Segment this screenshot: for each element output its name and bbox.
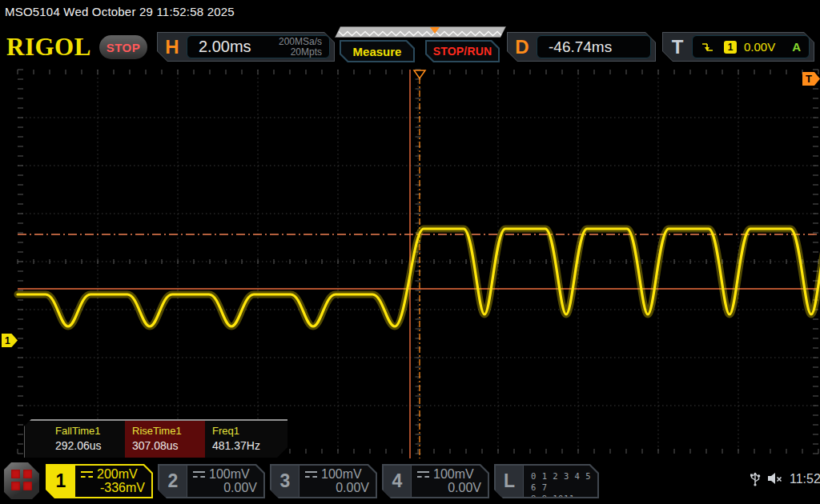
channel4-offset: 0.00V (448, 481, 481, 495)
speaker-muted-icon (766, 471, 784, 486)
channel3-offset: 0.00V (336, 481, 369, 495)
channel1-scale: 200mV (97, 467, 138, 482)
dc-coupling-icon (81, 470, 93, 478)
channel2-offset: 0.00V (223, 481, 257, 495)
dc-coupling-icon (305, 470, 317, 478)
dc-coupling-icon (193, 470, 205, 478)
channel1-number: 1 (47, 466, 74, 497)
clock-time: 11:52 (790, 472, 820, 486)
measurement-freq: Freq1 481.37Hz (205, 421, 260, 458)
measurement-falltime: FallTime1 292.06us (25, 421, 125, 458)
channel2-scale: 100mV (209, 467, 250, 482)
channel3-number: 3 (271, 466, 299, 497)
channel1-offset: -336mV (100, 481, 145, 495)
measurement-risetime-selected: RiseTime1 307.08us (125, 421, 205, 458)
dc-coupling-icon (417, 470, 429, 478)
measurement-results-box[interactable]: FallTime1 292.06us RiseTime1 307.08us Fr… (24, 419, 287, 458)
channel1-box[interactable]: 1 200mV -336mV (46, 464, 153, 498)
channel4-scale: 100mV (433, 467, 474, 482)
logic-digits-row1: 0 1 2 3 4 5 6 7 (531, 470, 597, 493)
channel4-box[interactable]: 4 100mV 0.00V (382, 464, 489, 498)
channel2-number: 2 (159, 466, 187, 497)
usb-icon (750, 470, 761, 486)
channel2-box[interactable]: 2 100mV 0.00V (158, 464, 265, 498)
logic-analyzer-box[interactable]: L 0 1 2 3 4 5 6 7 8 9 1011 12131415 (494, 464, 599, 498)
oscilloscope-screen: MSO5104 Wed October 29 11:52:58 2025 RIG… (0, 0, 820, 504)
channel3-scale: 100mV (321, 467, 362, 482)
channel3-box[interactable]: 3 100mV 0.00V (270, 464, 377, 498)
menu-grid-icon (11, 470, 32, 490)
channel4-number: 4 (384, 466, 411, 497)
logic-label: L (496, 466, 523, 497)
